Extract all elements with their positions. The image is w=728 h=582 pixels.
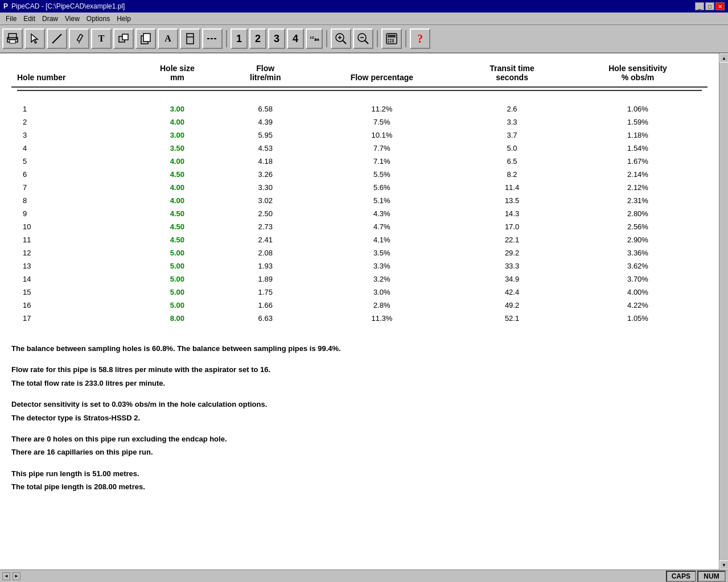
content-area[interactable]: Hole number Hole size mm Flow litre/min … [0, 53, 719, 569]
cell-hole-size: 3.00 [131, 129, 223, 142]
maximize-button[interactable]: □ [705, 2, 714, 10]
cell-flow: 4.53 [223, 142, 308, 155]
cell-transit: 2.6 [456, 102, 568, 115]
cell-flow: 3.02 [223, 194, 308, 207]
toolbar-line-button[interactable] [47, 28, 67, 49]
menu-bar: File Edit Draw View Options Help [0, 13, 728, 25]
status-scroll-left[interactable]: ◄ [2, 572, 10, 580]
toolbar-text-button[interactable]: T [91, 28, 112, 49]
toolbar-calculator-button[interactable] [381, 28, 402, 49]
toolbar-copy-button[interactable] [135, 28, 156, 49]
table-row: 8 4.00 3.02 5.1% 13.5 2.31% [11, 194, 708, 207]
table-row: 2 4.00 4.39 7.5% 3.3 1.59% [11, 115, 708, 129]
status-scroll-right[interactable]: ► [13, 572, 20, 580]
cell-flow-pct: 11.2% [308, 102, 456, 115]
cell-flow: 4.18 [223, 155, 308, 168]
toolbar-num-3[interactable]: 3 [268, 28, 285, 49]
summary-line5b: The total pipe length is 208.00 metres. [11, 482, 145, 491]
cell-sensitivity: 3.62% [568, 259, 708, 273]
cell-sensitivity: 1.54% [568, 142, 708, 155]
cell-sensitivity: 2.56% [568, 220, 708, 233]
toolbar-bookmark-button[interactable] [180, 28, 200, 49]
cell-hole-size: 4.00 [131, 115, 223, 129]
cell-hole-num: 15 [11, 286, 131, 299]
svg-rect-0 [9, 34, 17, 39]
cell-hole-size: 4.50 [131, 220, 223, 233]
svg-rect-27 [390, 41, 392, 43]
cell-hole-size: 5.00 [131, 286, 223, 299]
svg-line-4 [52, 34, 61, 43]
menu-help[interactable]: Help [113, 14, 134, 24]
cell-transit: 17.0 [456, 220, 568, 233]
toolbar-pen-button[interactable] [69, 28, 89, 49]
summary-line4b: There are 16 capillaries on this pipe ru… [11, 448, 153, 456]
cell-sensitivity: 1.59% [568, 115, 708, 129]
toolbar-zoom-out-button[interactable] [353, 28, 373, 49]
app-icon: P [3, 2, 8, 10]
cell-flow: 1.75 [223, 286, 308, 299]
toolbar-print-button[interactable] [2, 28, 23, 49]
table-row: 11 4.50 2.41 4.1% 22.1 2.90% [11, 233, 708, 246]
cell-flow-pct: 2.8% [308, 299, 456, 312]
cell-sensitivity: 2.14% [568, 168, 708, 181]
toolbar-num-4[interactable]: 4 [287, 28, 304, 49]
svg-rect-22 [388, 35, 396, 38]
table-row: 10 4.50 2.73 4.7% 17.0 2.56% [11, 220, 708, 233]
toolbar-num-subs[interactable]: ¹²₃₄ [306, 28, 323, 49]
menu-draw[interactable]: Draw [39, 14, 61, 24]
title-text: PipeCAD - [C:\PipeCAD\example1.pl] [11, 2, 125, 10]
toolbar-separator-3 [377, 30, 378, 47]
toolbar-dash-button[interactable] [202, 28, 223, 49]
cell-transit: 3.7 [456, 129, 568, 142]
svg-rect-2 [10, 40, 15, 43]
cell-transit: 3.3 [456, 115, 568, 129]
right-scrollbar[interactable]: ▲ ▼ [719, 53, 728, 569]
close-button[interactable]: ✕ [715, 2, 725, 10]
toolbar: T A 1 2 3 4 ¹²₃₄ ? [0, 25, 728, 53]
scroll-up-arrow[interactable]: ▲ [719, 53, 728, 63]
cell-hole-size: 3.00 [131, 102, 223, 115]
toolbar-shape-button[interactable] [113, 28, 134, 49]
col-header-transit: Transit time seconds [456, 59, 568, 87]
table-row: 9 4.50 2.50 4.3% 14.3 2.80% [11, 207, 708, 220]
toolbar-num-2[interactable]: 2 [249, 28, 266, 49]
cell-flow-pct: 3.5% [308, 246, 456, 259]
cell-flow: 5.95 [223, 129, 308, 142]
col-header-hole-size: Hole size mm [131, 59, 223, 87]
menu-view[interactable]: View [61, 14, 83, 24]
scroll-track[interactable] [719, 63, 728, 560]
table-row: 17 8.00 6.63 11.3% 52.1 1.05% [11, 312, 708, 325]
menu-edit[interactable]: Edit [20, 14, 39, 24]
cell-hole-num: 7 [11, 181, 131, 194]
table-row: 6 4.50 3.26 5.5% 8.2 2.14% [11, 168, 708, 181]
cell-transit: 42.4 [456, 286, 568, 299]
cell-hole-size: 5.00 [131, 273, 223, 286]
toolbar-zoom-in-button[interactable] [331, 28, 351, 49]
cell-hole-size: 4.00 [131, 155, 223, 168]
summary-line1: The balance between sampling holes is 60… [11, 342, 708, 355]
table-row: 14 5.00 1.89 3.2% 34.9 3.70% [11, 273, 708, 286]
svg-rect-8 [122, 34, 128, 40]
toolbar-pointer-button[interactable] [24, 28, 45, 49]
toolbar-separator-2 [326, 30, 327, 47]
cell-sensitivity: 3.36% [568, 246, 708, 259]
cell-hole-num: 6 [11, 168, 131, 181]
menu-options[interactable]: Options [83, 14, 113, 24]
cell-flow-pct: 5.1% [308, 194, 456, 207]
cell-hole-size: 4.50 [131, 207, 223, 220]
toolbar-num-1[interactable]: 1 [231, 28, 248, 49]
cell-hole-num: 11 [11, 233, 131, 246]
cell-hole-num: 16 [11, 299, 131, 312]
status-left: ◄ ► [2, 572, 20, 580]
summary-line2b: The total flow rate is 233.0 litres per … [11, 379, 165, 387]
toolbar-a-button[interactable]: A [158, 28, 178, 49]
cell-hole-size: 4.00 [131, 181, 223, 194]
title-bar-controls: _ □ ✕ [695, 2, 725, 10]
scroll-down-arrow[interactable]: ▼ [719, 560, 728, 569]
minimize-button[interactable]: _ [695, 2, 704, 10]
cell-sensitivity: 2.31% [568, 194, 708, 207]
summary-line2a: Flow rate for this pipe is 58.8 litres p… [11, 365, 270, 374]
menu-file[interactable]: File [2, 14, 20, 24]
cell-transit: 34.9 [456, 273, 568, 286]
toolbar-help-button[interactable]: ? [410, 28, 430, 49]
